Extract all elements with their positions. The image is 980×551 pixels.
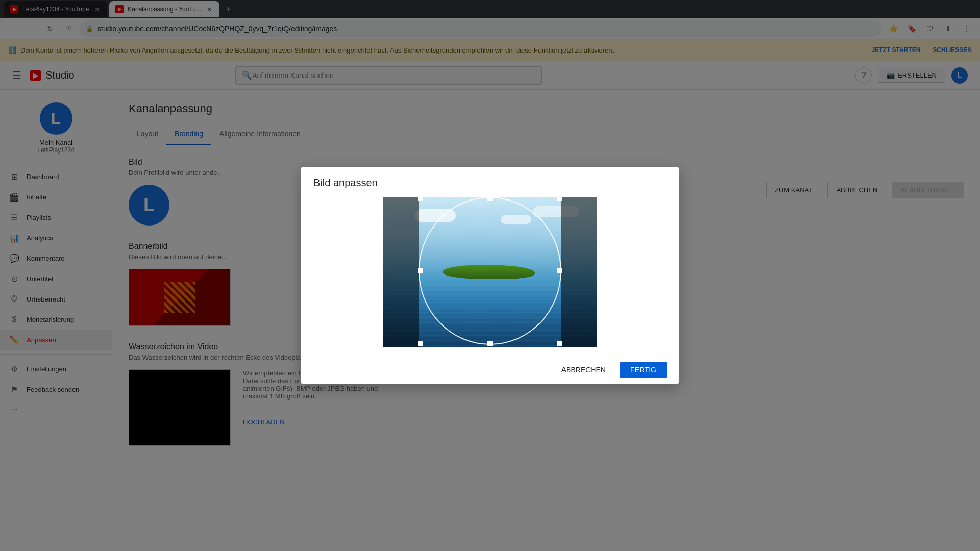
handle-rm[interactable] [557,268,562,273]
dark-overlay-right [561,197,597,347]
handle-tl[interactable] [418,197,423,201]
modal-title: Bild anpassen [313,177,667,189]
modal-cancel-button[interactable]: ABBRECHEN [553,362,614,378]
image-editor [301,197,679,347]
modal-footer: ABBRECHEN FERTIG [301,356,679,384]
handle-bm[interactable] [487,341,493,346]
handle-tr[interactable] [557,197,562,201]
handle-lm[interactable] [418,268,423,273]
dark-overlay-left [383,197,419,347]
handle-tm[interactable] [487,197,493,201]
modal-confirm-button[interactable]: FERTIG [620,362,667,378]
editor-image [383,197,597,347]
modal-dialog: Bild anpassen [301,167,679,384]
handle-bl[interactable] [418,341,423,346]
modal-header: Bild anpassen [301,167,679,197]
crop-box [419,197,561,345]
modal-body [301,197,679,356]
handle-br[interactable] [557,341,562,346]
editor-container [383,197,597,347]
modal-overlay[interactable]: Bild anpassen [0,0,980,551]
